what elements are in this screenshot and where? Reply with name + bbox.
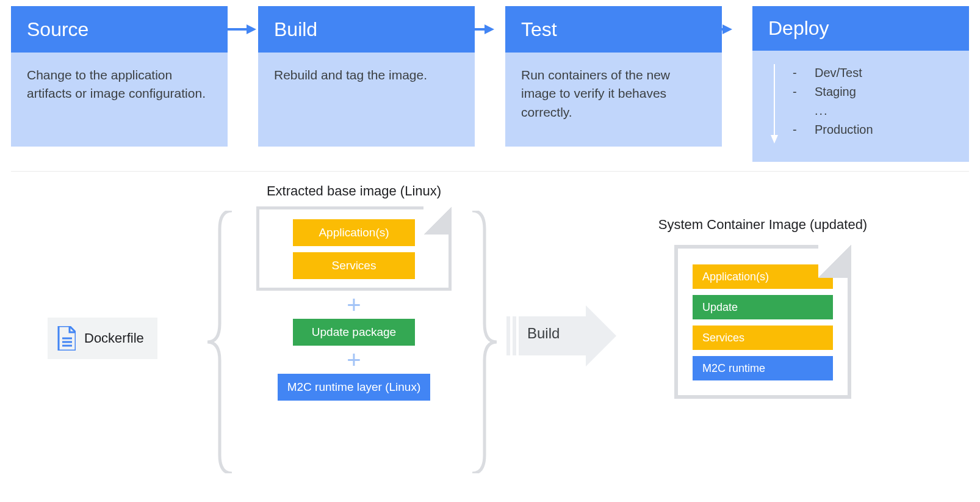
stage-body: Change to the application artifacts or i… [11, 53, 228, 147]
deploy-item-label: Staging [815, 83, 856, 101]
result-doc: Application(s) Update Services M2C runti… [674, 245, 851, 399]
stage-deploy: Deploy -Dev/Test -Staging ... -Productio… [752, 6, 969, 147]
plus-icon: + [347, 294, 361, 315]
svg-rect-12 [513, 316, 516, 355]
brace-left-icon [207, 211, 234, 473]
result-layer-app: Application(s) [693, 264, 833, 289]
stage-test: Test Run containers of the new image to … [505, 6, 722, 147]
stage-header: Source [11, 6, 228, 53]
deploy-item-label: Dev/Test [815, 64, 862, 82]
brace-right-icon [470, 211, 497, 473]
build-arrow: Build [506, 305, 616, 366]
result-layer-update: Update [693, 295, 833, 319]
stage-header: Build [258, 6, 475, 53]
deploy-item-label: Production [815, 121, 873, 139]
svg-marker-5 [485, 24, 494, 34]
stage-build: Build Rebuild and tag the image. [258, 6, 475, 147]
deploy-progress-arrow [768, 64, 780, 148]
deploy-list: -Dev/Test -Staging ... -Production [793, 64, 873, 148]
layer-applications: Application(s) [293, 219, 415, 246]
svg-marker-3 [247, 24, 256, 34]
section-divider [11, 171, 969, 172]
stage-body: -Dev/Test -Staging ... -Production [752, 51, 969, 162]
svg-marker-1 [771, 135, 778, 144]
deploy-ellipsis: ... [793, 102, 873, 120]
stage-source: Source Change to the application artifac… [11, 6, 228, 147]
stage-body: Run containers of the new image to verif… [505, 53, 722, 147]
dogear-icon [818, 245, 851, 278]
stage-header: Test [505, 6, 722, 53]
svg-rect-11 [506, 316, 510, 355]
result-layer-m2c: M2C runtime [693, 356, 833, 380]
dogear-icon [423, 206, 452, 235]
stage-body: Rebuild and tag the image. [258, 53, 475, 147]
center-stack: Extracted base image (Linux) Application… [244, 183, 464, 401]
extracted-image-doc: Application(s) Services [256, 206, 452, 291]
build-label: Build [527, 325, 560, 342]
lower-diagram: Dockerfile Extracted base image (Linux) … [0, 183, 980, 501]
document-icon [56, 326, 76, 351]
dockerfile-box: Dockerfile [48, 318, 157, 359]
dockerfile-label: Dockerfile [84, 330, 144, 346]
plus-icon: + [347, 349, 361, 370]
layer-services: Services [293, 252, 415, 279]
result-layer-services: Services [693, 326, 833, 350]
extracted-title: Extracted base image (Linux) [267, 183, 441, 199]
result-column: System Container Image (updated) Applica… [641, 217, 885, 399]
arrow-right-icon [226, 23, 256, 35]
arrow-right-icon [702, 23, 732, 35]
result-title: System Container Image (updated) [658, 217, 867, 233]
layer-update-package: Update package [293, 319, 415, 346]
stage-header: Deploy [752, 6, 969, 51]
layer-m2c-runtime: M2C runtime layer (Linux) [278, 374, 430, 401]
svg-marker-7 [722, 24, 732, 34]
arrow-right-icon [464, 23, 494, 35]
big-arrow-icon [506, 305, 616, 366]
